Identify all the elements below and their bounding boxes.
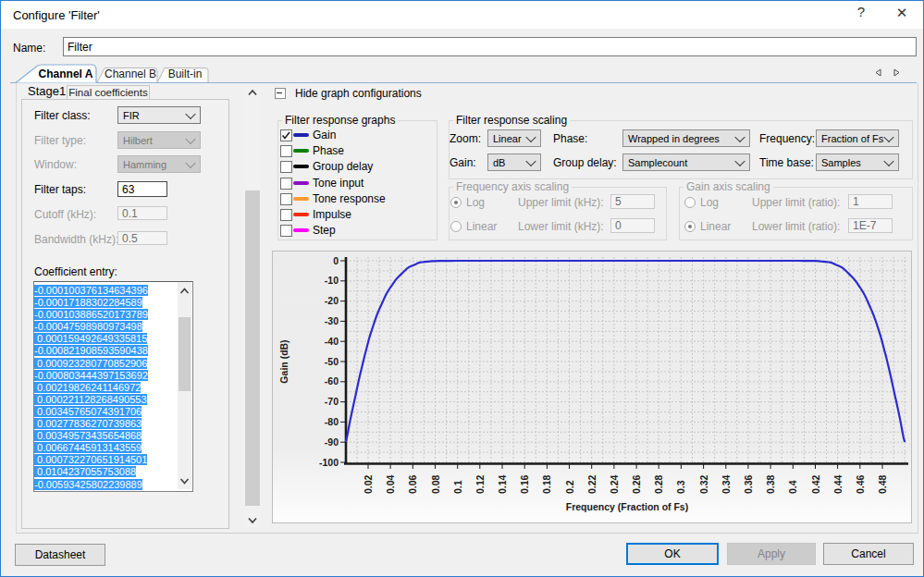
svg-text:0.1: 0.1	[452, 480, 463, 494]
svg-text:0.08: 0.08	[430, 474, 441, 494]
svg-text:-30: -30	[325, 315, 339, 326]
svg-text:-10: -10	[325, 275, 339, 286]
svg-text:0.36: 0.36	[743, 474, 754, 494]
svg-text:0.16: 0.16	[519, 474, 530, 494]
svg-text:-100: -100	[319, 457, 339, 468]
svg-text:0.42: 0.42	[810, 474, 821, 494]
svg-text:Frequency (Fraction of Fs): Frequency (Fraction of Fs)	[566, 501, 688, 512]
svg-text:Channel B: Channel B	[105, 68, 156, 80]
svg-text:0.22: 0.22	[586, 474, 598, 494]
svg-text:0.06: 0.06	[407, 474, 418, 494]
svg-text:-90: -90	[325, 436, 339, 448]
svg-text:0.02: 0.02	[363, 474, 374, 494]
svg-text:0.34: 0.34	[721, 474, 732, 494]
svg-text:0.4: 0.4	[787, 480, 798, 494]
svg-text:-20: -20	[325, 295, 339, 306]
svg-text:0.24: 0.24	[609, 474, 620, 494]
svg-text:0.44: 0.44	[832, 474, 844, 494]
svg-text:0.14: 0.14	[497, 474, 508, 494]
svg-text:-80: -80	[325, 416, 339, 427]
svg-text:0.3: 0.3	[675, 480, 686, 494]
svg-text:0.38: 0.38	[765, 474, 776, 494]
svg-text:0.26: 0.26	[631, 474, 642, 494]
svg-text:-40: -40	[325, 336, 339, 347]
svg-text:0: 0	[333, 255, 339, 266]
svg-text:Gain (dB): Gain (dB)	[278, 339, 290, 383]
svg-text:0.18: 0.18	[541, 474, 552, 494]
svg-text:0.12: 0.12	[474, 474, 486, 494]
svg-text:-60: -60	[325, 375, 339, 387]
svg-text:Channel A: Channel A	[39, 68, 93, 80]
svg-text:0.32: 0.32	[698, 474, 709, 494]
svg-text:0.2: 0.2	[564, 480, 575, 494]
svg-text:0.46: 0.46	[855, 474, 866, 494]
svg-text:-70: -70	[325, 396, 339, 407]
svg-text:0.28: 0.28	[653, 474, 664, 494]
svg-text:0.04: 0.04	[385, 474, 396, 494]
svg-text:0.48: 0.48	[877, 474, 888, 494]
svg-text:-50: -50	[325, 356, 339, 367]
svg-text:Built-in: Built-in	[168, 68, 203, 80]
